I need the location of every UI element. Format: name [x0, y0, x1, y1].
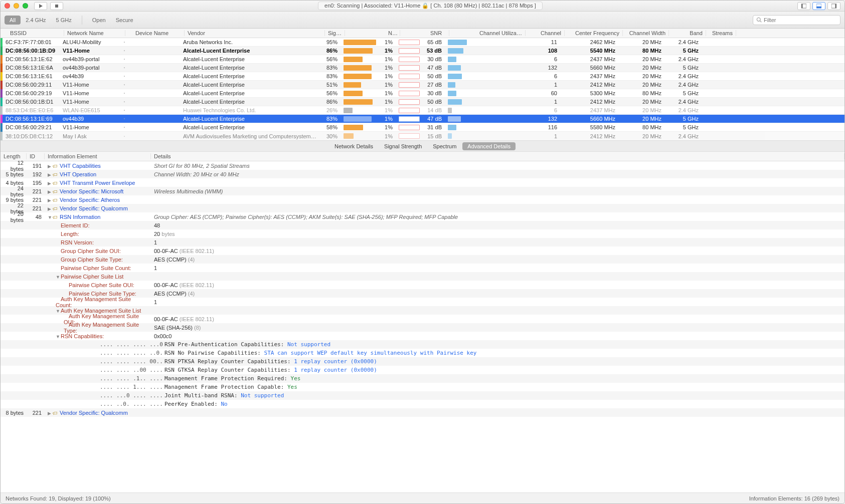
chevron-icon[interactable]: ▶ [48, 189, 53, 194]
table-row[interactable]: 88:53:D4:BE:E0:E6WLAN-E0E615Huawei Techn… [1, 106, 844, 115]
detail-row[interactable]: ▼Pairwise Cipher Suite List [1, 272, 844, 281]
table-row[interactable]: DC:08:56:13:1E:69ov44b39Alcatel-Lucent E… [1, 115, 844, 123]
minimize-icon[interactable] [14, 3, 19, 9]
col-noise[interactable]: Noise [385, 30, 400, 36]
tag-icon: 🏷 [53, 172, 58, 177]
col-channel[interactable]: Channel [526, 30, 565, 36]
table-row[interactable]: DC:08:56:00:1B:D9V11-HomeAlcatel-Lucent … [1, 47, 844, 55]
tab-signal-strength[interactable]: Signal Strength [379, 142, 427, 150]
detail-row[interactable]: Pairwise Cipher Suite Count:1 [1, 264, 844, 272]
layout-left-icon[interactable] [797, 2, 810, 10]
detail-row[interactable]: 20 bytes48▼🏷 RSN InformationGroup Cipher… [1, 212, 844, 221]
ie-length: 20 bytes [1, 211, 27, 223]
detail-row[interactable]: .... ..0. .... .... PeerKey Enabled: No [1, 400, 844, 408]
ie-name: Auth Key Management Suite Count: [45, 296, 151, 308]
table-row[interactable]: DC:08:56:13:1E:61ov44b39Alcatel-Lucent E… [1, 72, 844, 81]
detail-row[interactable]: Auth Key Management Suite Count:1 [1, 298, 844, 306]
dcol-length[interactable]: Length [1, 153, 27, 159]
cell-centerfreq: 2412 MHz [560, 82, 618, 88]
col-devname[interactable]: Device Name [132, 30, 185, 36]
detail-row[interactable]: .... .... .1.. .... Management Frame Pro… [1, 374, 844, 383]
seg-5ghz[interactable]: 5 GHz [51, 16, 77, 25]
col-netname[interactable]: Network Name [64, 30, 125, 36]
table-row[interactable]: DC:08:56:00:1B:D1V11-HomeAlcatel-Lucent … [1, 98, 844, 106]
dcol-ie[interactable]: Information Element [45, 153, 151, 159]
detail-row[interactable]: .... ...0 .... .... Joint Multi-band RSN… [1, 391, 844, 400]
col-bssid[interactable]: BSSID [7, 30, 64, 36]
tab-advanced-details[interactable]: Advanced Details [462, 142, 516, 150]
stop-button[interactable] [50, 2, 63, 10]
zoom-icon[interactable] [23, 3, 28, 9]
chevron-icon[interactable]: ▶ [48, 411, 53, 416]
table-row[interactable]: 38:10:D5:D8:C1:12May I AskAVM Audiovisue… [1, 132, 844, 140]
cell-band: 2.4 GHz [664, 82, 702, 88]
signal-bar [341, 91, 381, 96]
detail-row[interactable]: Element ID:48 [1, 221, 844, 229]
ie-name: ▶🏷 Vendor Specific: Microsoft [45, 188, 151, 194]
detail-row[interactable]: 4 bytes195▶🏷 VHT Transmit Power Envelope [1, 178, 844, 187]
chevron-icon[interactable]: ▶ [48, 172, 53, 177]
detail-row[interactable]: Length:20 bytes [1, 229, 844, 238]
table-row[interactable]: DC:08:56:13:1E:62ov44b39-portalAlcatel-L… [1, 55, 844, 64]
cap-desc: PeerKey Enabled: [164, 401, 221, 407]
cell-centerfreq: 2437 MHz [560, 107, 618, 113]
col-stream[interactable]: Streams [706, 30, 736, 36]
detail-row[interactable]: Group Cipher Suite Type:AES (CCMP) (4) [1, 255, 844, 264]
table-row[interactable]: DC:08:56:00:29:11V11-HomeAlcatel-Lucent … [1, 81, 844, 89]
detail-row[interactable]: 5 bytes192▶🏷 VHT OperationChannel Width:… [1, 170, 844, 178]
detail-row[interactable]: Pairwise Cipher Suite OUI:00-0F-AC (IEEE… [1, 281, 844, 289]
ie-id: 221 [27, 205, 45, 211]
detail-row[interactable]: RSN Version:1 [1, 238, 844, 246]
col-band[interactable]: Band [669, 30, 706, 36]
seg-open[interactable]: Open [87, 16, 111, 25]
chevron-icon[interactable]: ▼ [56, 275, 61, 280]
seg-all[interactable]: All [5, 16, 21, 25]
cell-bssid: 6C:F3:7F:77:08:01 [3, 39, 60, 45]
tag-icon: 🏷 [53, 197, 58, 203]
chevron-icon[interactable]: ▼ [56, 334, 61, 339]
tab-network-details[interactable]: Network Details [329, 142, 378, 150]
details-pane: Length ID Information Element Details 12… [1, 152, 844, 492]
layout-bottom-icon[interactable] [812, 2, 825, 10]
detail-row[interactable]: Group Cipher Suite OUI:00-0F-AC (IEEE 80… [1, 246, 844, 255]
detail-row[interactable]: 22 bytes221▶🏷 Vendor Specific: Qualcomm [1, 204, 844, 212]
dcol-id[interactable]: ID [27, 153, 45, 159]
table-row[interactable]: DC:08:56:00:29:21V11-HomeAlcatel-Lucent … [1, 123, 844, 132]
detail-row[interactable]: ▼RSN Capabilities:0x00c0 [1, 332, 844, 340]
detail-row[interactable]: .... .... 1... .... Management Frame Pro… [1, 383, 844, 391]
detail-row[interactable]: 12 bytes191▶🏷 VHT CapabilitiesShort GI f… [1, 161, 844, 170]
search-input[interactable] [764, 17, 837, 23]
detail-row[interactable]: 8 bytes221▶🏷 Vendor Specific: Qualcomm [1, 408, 844, 417]
table-row[interactable]: DC:08:56:00:29:19V11-HomeAlcatel-Lucent … [1, 89, 844, 98]
tag-icon: 🏷 [53, 163, 58, 169]
close-icon[interactable] [5, 3, 10, 9]
chevron-icon[interactable]: ▶ [48, 206, 53, 211]
chevron-icon[interactable]: ▶ [48, 181, 53, 186]
detail-row[interactable]: .... .... .... ..0. RSN No Pairwise Capa… [1, 349, 844, 357]
col-snr[interactable]: SNR [427, 30, 449, 36]
detail-row[interactable]: .... .... .... 00.. RSN PTKSA Replay Cou… [1, 357, 844, 366]
table-row[interactable]: DC:08:56:13:1E:6Aov44b39-portalAlcatel-L… [1, 64, 844, 72]
layout-right-icon[interactable] [827, 2, 840, 10]
search-box[interactable] [753, 15, 840, 25]
chevron-icon[interactable]: ▶ [48, 198, 53, 203]
seg-24ghz[interactable]: 2.4 GHz [21, 16, 51, 25]
dcol-details[interactable]: Details [151, 153, 844, 159]
col-chwidth[interactable]: Channel Width [623, 30, 669, 36]
chevron-icon[interactable]: ▼ [48, 215, 53, 220]
detail-row[interactable]: .... .... .... ...0 RSN Pre-Authenticati… [1, 340, 844, 349]
signal-bar [341, 125, 381, 130]
col-signal[interactable]: Signal [325, 30, 345, 36]
col-chutil[interactable]: Channel Utilization [476, 30, 526, 36]
detail-row[interactable]: 24 bytes221▶🏷 Vendor Specific: Microsoft… [1, 187, 844, 195]
col-vendor[interactable]: Vendor [185, 30, 325, 36]
detail-row[interactable]: .... .... ..00 .... RSN GTKSA Replay Cou… [1, 366, 844, 374]
table-row[interactable]: 6C:F3:7F:77:08:01ALU4U-MobilityAruba Net… [1, 38, 844, 47]
tab-spectrum[interactable]: Spectrum [428, 142, 461, 150]
play-button[interactable] [34, 2, 47, 10]
detail-row[interactable]: Auth Key Management Suite Type:SAE (SHA-… [1, 323, 844, 332]
chevron-icon[interactable]: ▶ [48, 164, 53, 169]
col-centerfreq[interactable]: Center Frequency [565, 30, 623, 36]
detail-row[interactable]: 9 bytes221▶🏷 Vendor Specific: Atheros [1, 195, 844, 204]
seg-secure[interactable]: Secure [111, 16, 138, 25]
